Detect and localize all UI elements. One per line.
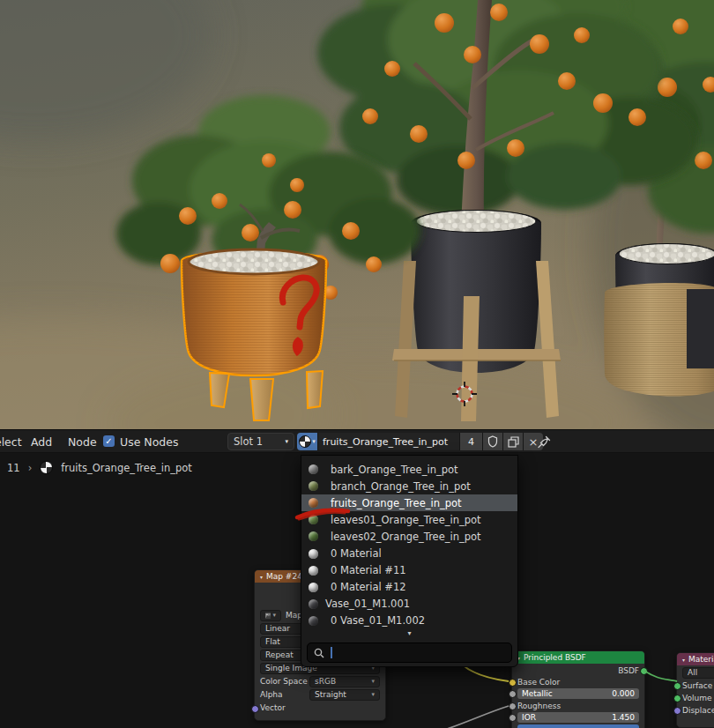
metallic-input-socket[interactable] (509, 690, 517, 698)
material-sphere-icon (309, 583, 318, 592)
material-dropdown-panel: bark_Orange_Tree_in_pot branch_Orange_Tr… (301, 455, 518, 667)
material-sphere-icon (299, 435, 311, 448)
breadcrumb-material-name: fruits_Orange_Tree_in_pot (61, 462, 192, 474)
viewport-scene (0, 0, 714, 429)
base-color-input-socket[interactable] (509, 679, 517, 687)
shader-editor-header: Select Add Node ✓ Use Nodes Slot 1 ▾ ▾ f… (0, 429, 714, 453)
volume-input-socket[interactable] (673, 695, 681, 702)
base-color-label: Base Color (517, 678, 560, 687)
material-list: bark_Orange_Tree_in_pot branch_Orange_Tr… (301, 456, 517, 629)
material-list-item[interactable]: leaves02_Orange_Tree_in_pot (301, 528, 517, 545)
material-list-item[interactable]: branch_Orange_Tree_in_pot (301, 478, 517, 494)
principled-bsdf-node[interactable]: ▾ Principled BSDF BSDF Base Color Metall… (511, 650, 645, 728)
pin-button[interactable] (537, 435, 552, 453)
menu-node[interactable]: Node (68, 435, 97, 449)
chevron-down-icon: ▾ (312, 438, 316, 445)
viewport-3d[interactable] (0, 0, 714, 429)
material-sphere-icon (309, 599, 318, 609)
volume-label: Volume (682, 694, 711, 702)
color-space-label: Color Space (260, 677, 308, 686)
chevron-down-icon: ▾ (272, 612, 276, 619)
copy-icon (508, 436, 519, 448)
shield-icon (487, 435, 498, 448)
material-name-field[interactable]: fruits_Orange_Tree_in_pot (318, 433, 460, 450)
material-sphere-icon (309, 616, 318, 626)
material-search-box[interactable] (307, 643, 512, 663)
material-sphere-icon (309, 531, 318, 541)
material-sphere-icon (309, 566, 318, 576)
material-list-item[interactable]: 0 Vase_01_M1.002 (301, 613, 517, 629)
search-icon (314, 648, 324, 658)
material-list-item[interactable]: 0 Material #12 (301, 579, 517, 596)
fake-user-shield-button[interactable] (483, 433, 503, 450)
material-sphere-icon (309, 549, 318, 559)
use-nodes-label: Use Nodes (120, 435, 178, 449)
chevron-down-icon: ▾ (371, 691, 375, 698)
material-list-item[interactable]: 0 Material (301, 545, 517, 561)
image-thumbnail-icon (265, 612, 271, 620)
material-list-item[interactable]: Vase_01_M1.001 (301, 596, 517, 613)
material-list-item[interactable]: bark_Orange_Tree_in_pot (301, 461, 517, 478)
material-selector-widget: ▾ fruits_Orange_Tree_in_pot 4 × (297, 433, 543, 450)
displacement-input-socket[interactable] (673, 707, 681, 715)
breadcrumb-index: 11 (7, 462, 20, 474)
menu-add[interactable]: Add (31, 435, 52, 449)
displacement-label: Displacement (682, 706, 714, 715)
surface-label: Surface (682, 681, 712, 690)
output-target-select[interactable]: All (682, 667, 714, 679)
alpha-label: Alpha (260, 690, 283, 699)
breadcrumb: 11 › fruits_Orange_Tree_in_pot (7, 461, 192, 474)
alpha-slider-partial[interactable] (517, 724, 639, 728)
material-users-count[interactable]: 4 (460, 433, 483, 450)
color-space-select[interactable]: sRGB▾ (309, 676, 380, 687)
annotation-underline (290, 503, 361, 523)
roughness-label: Roughness (517, 702, 561, 710)
material-output-node[interactable]: ▾ Material Output All Surface Volume Dis… (676, 652, 714, 728)
material-sphere-icon (309, 481, 318, 491)
metallic-slider[interactable]: Metallic 0.000 (517, 688, 639, 699)
roughness-input-socket[interactable] (509, 702, 517, 710)
collapse-arrow-icon[interactable]: ▾ (260, 574, 263, 580)
alpha-select[interactable]: Straight▾ (309, 689, 380, 701)
use-nodes-checkbox[interactable]: ✓ (103, 435, 115, 447)
chevron-right-icon: › (28, 462, 33, 474)
more-items-icon[interactable]: ▾ (301, 629, 517, 640)
menu-select[interactable]: Select (0, 435, 22, 449)
chevron-down-icon: ▾ (371, 678, 375, 685)
material-browse-button[interactable]: ▾ (297, 433, 318, 450)
bsdf-output-label: BSDF (618, 666, 639, 675)
node-title: Material Output (688, 655, 714, 664)
material-sphere-icon (40, 461, 53, 474)
duplicate-material-button[interactable] (503, 433, 524, 450)
vector-input-socket[interactable] (251, 705, 259, 713)
material-list-item[interactable]: 0 Material #11 (301, 562, 517, 579)
ior-slider[interactable]: IOR 1.450 (517, 712, 639, 723)
collapse-arrow-icon[interactable]: ▾ (682, 657, 685, 663)
surface-input-socket[interactable] (673, 682, 681, 690)
image-browse-button[interactable]: ▾ (260, 610, 281, 621)
pin-icon (537, 435, 552, 449)
node-title: Principled BSDF (524, 653, 586, 662)
bsdf-output-socket[interactable] (640, 667, 648, 675)
ior-input-socket[interactable] (509, 714, 517, 722)
chevron-down-icon: ▾ (285, 438, 288, 445)
slot-selector[interactable]: Slot 1 ▾ (227, 433, 294, 450)
vector-label: Vector (260, 703, 286, 712)
text-cursor (331, 647, 332, 658)
material-sphere-icon (309, 464, 318, 474)
